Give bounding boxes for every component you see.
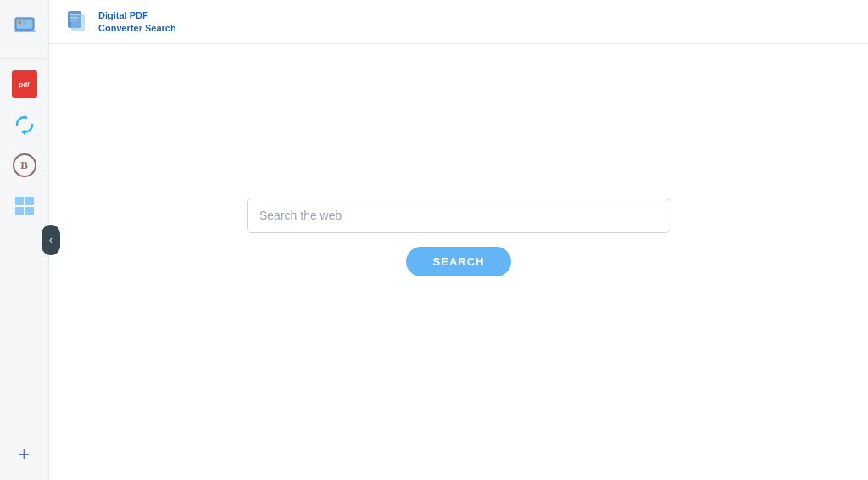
search-button[interactable]: SEARCH (406, 247, 512, 276)
svg-rect-5 (13, 31, 35, 32)
sidebar-item-grid[interactable] (8, 189, 42, 223)
logo-text: Digital PDF Converter Search (98, 9, 176, 34)
svg-rect-3 (23, 20, 26, 22)
sidebar: pdf B + ‹ (0, 0, 49, 480)
svg-marker-7 (21, 130, 25, 135)
sidebar-item-sync[interactable] (8, 108, 42, 142)
logo-icon (63, 8, 92, 36)
browser-icon (12, 13, 37, 38)
search-input[interactable] (247, 198, 670, 233)
grid-icon (15, 197, 34, 215)
add-button[interactable]: + (13, 443, 36, 466)
search-input-wrapper (247, 198, 670, 233)
svg-rect-4 (23, 23, 28, 24)
b-circle-icon: B (13, 153, 36, 177)
sidebar-item-browser[interactable] (8, 8, 42, 42)
main-content: Digital PDF Converter Search SEARCH (49, 0, 868, 480)
pdf-icon: pdf (12, 70, 37, 98)
svg-rect-12 (71, 14, 85, 31)
collapse-sidebar-button[interactable]: ‹ (42, 225, 60, 255)
sidebar-item-b[interactable]: B (8, 148, 42, 182)
top-bar: Digital PDF Converter Search (49, 0, 868, 44)
logo-area: Digital PDF Converter Search (63, 8, 176, 36)
sidebar-item-pdf[interactable]: pdf (8, 67, 42, 101)
search-area: SEARCH (49, 44, 868, 480)
svg-marker-6 (25, 114, 28, 120)
sync-icon (14, 114, 36, 136)
svg-rect-2 (18, 20, 21, 24)
sidebar-header (0, 0, 48, 59)
